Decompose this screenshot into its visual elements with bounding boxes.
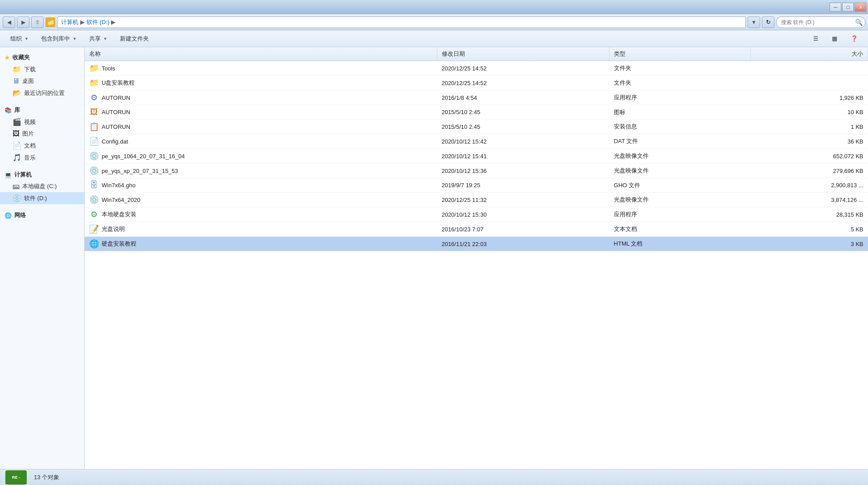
search-input[interactable]	[776, 16, 865, 28]
star-icon: ★	[4, 54, 10, 61]
dropdown-button[interactable]: ▼	[748, 16, 760, 28]
computer-label: 计算机	[14, 171, 32, 179]
path-software-d[interactable]: 软件 (D:)	[86, 18, 109, 26]
favorites-header[interactable]: ★ 收藏夹	[0, 52, 84, 63]
file-name: U盘安装教程	[102, 79, 135, 87]
table-row[interactable]: 📁 U盘安装教程 2020/12/25 14:52 文件夹	[85, 76, 868, 90]
table-row[interactable]: 💿 pe_yqs_1064_20_07_31_16_04 2020/10/12 …	[85, 149, 868, 164]
include-library-button[interactable]: 包含到库中 ▼	[35, 33, 82, 45]
file-name: Config.dat	[102, 138, 128, 145]
path-arrow-2: ▶	[111, 19, 115, 25]
col-size[interactable]: 大小	[750, 47, 868, 61]
favorites-label: 收藏夹	[12, 53, 30, 62]
libraries-header[interactable]: 📚 库	[0, 104, 84, 116]
col-name[interactable]: 名称	[85, 47, 437, 61]
status-count: 13 个对象	[34, 473, 59, 481]
file-name: Win7x64.gho	[102, 182, 136, 189]
sidebar-item-music[interactable]: 🎵 音乐	[0, 152, 84, 164]
main-layout: ★ 收藏夹 📁 下载 🖥 桌面 📂 最近访问的位置 📚 库	[0, 47, 868, 469]
folder-icon: 📁	[45, 17, 55, 27]
search-icon[interactable]: 🔍	[855, 19, 863, 26]
downloads-label: 下载	[24, 66, 36, 74]
addressbar: ◀ ▶ ⇧ 📁 计算机 ▶ 软件 (D:) ▶ ▼ ↻ 🔍	[0, 14, 868, 30]
music-icon: 🎵	[12, 153, 21, 162]
table-header: 名称 修改日期 类型 大小	[85, 47, 868, 61]
organize-button[interactable]: 组织 ▼	[4, 33, 34, 45]
network-label: 网络	[14, 211, 26, 219]
table-row[interactable]: ⚙ 本地硬盘安装 2020/10/12 15:30 应用程序 28,315 KB	[85, 207, 868, 222]
table-row[interactable]: 🖼 AUTORUN 2015/5/10 2:45 图标 10 KB	[85, 105, 868, 119]
maximize-button[interactable]: □	[842, 3, 854, 12]
file-date: 2020/10/12 15:42	[437, 134, 609, 149]
share-button[interactable]: 共享 ▼	[83, 33, 113, 45]
up-button[interactable]: ⇧	[31, 16, 44, 28]
software-d-label: 软件 (D:)	[24, 194, 47, 202]
sidebar-item-downloads[interactable]: 📁 下载	[0, 63, 84, 75]
file-type: 文本文档	[609, 222, 750, 237]
file-size: 2,900,813 ...	[750, 178, 868, 193]
share-label: 共享	[89, 35, 101, 43]
file-date: 2016/10/23 7:07	[437, 222, 609, 237]
table-row[interactable]: 🗄 Win7x64.gho 2019/9/7 19:25 GHO 文件 2,90…	[85, 178, 868, 193]
file-type: 光盘映像文件	[609, 193, 750, 207]
computer-section: 💻 计算机 🖴 本地磁盘 (C:) 💿 软件 (D:)	[0, 169, 84, 204]
sidebar-item-recent[interactable]: 📂 最近访问的位置	[0, 87, 84, 99]
file-name-cell: 🗄 Win7x64.gho	[85, 178, 437, 193]
col-type[interactable]: 类型	[609, 47, 750, 61]
file-name: Tools	[102, 65, 115, 72]
file-name: Win7x64_2020	[102, 197, 140, 203]
file-type: 文件夹	[609, 76, 750, 90]
file-size: 10 KB	[750, 105, 868, 119]
address-path[interactable]: 计算机 ▶ 软件 (D:) ▶	[57, 16, 746, 28]
back-button[interactable]: ◀	[3, 16, 15, 28]
table-row[interactable]: 🌐 硬盘安装教程 2016/11/21 22:03 HTML 文档 3 KB	[85, 237, 868, 251]
file-name-cell: ⚙ AUTORUN	[85, 90, 437, 105]
software-d-icon: 💿	[12, 194, 21, 202]
refresh-button[interactable]: ↻	[762, 16, 774, 28]
table-row[interactable]: 💿 pe_yqs_xp_20_07_31_15_53 2020/10/12 15…	[85, 164, 868, 178]
recent-label: 最近访问的位置	[24, 89, 65, 97]
videos-icon: 🎬	[12, 118, 21, 126]
table-row[interactable]: 📄 Config.dat 2020/10/12 15:42 DAT 文件 36 …	[85, 134, 868, 149]
sidebar-item-docs[interactable]: 📄 文档	[0, 140, 84, 152]
network-header[interactable]: 🌐 网络	[0, 210, 84, 221]
sidebar-item-images[interactable]: 🖼 图片	[0, 128, 84, 140]
view-options-button[interactable]: ☰	[807, 33, 824, 45]
view-toggle-button[interactable]: ▦	[826, 33, 843, 45]
downloads-icon: 📁	[12, 65, 21, 74]
table-row[interactable]: ⚙ AUTORUN 2016/1/8 4:54 应用程序 1,926 KB	[85, 90, 868, 105]
file-name-cell: 📋 AUTORUN	[85, 119, 437, 134]
file-type: 文件夹	[609, 61, 750, 76]
new-folder-button[interactable]: 新建文件夹	[114, 33, 155, 45]
libraries-section: 📚 库 🎬 视频 🖼 图片 📄 文档 🎵 音乐	[0, 104, 84, 164]
file-name: pe_yqs_1064_20_07_31_16_04	[102, 153, 185, 160]
forward-button[interactable]: ▶	[17, 16, 29, 28]
help-button[interactable]: ❓	[845, 33, 864, 45]
file-icon: 📋	[89, 122, 99, 132]
table-row[interactable]: 💿 Win7x64_2020 2020/12/25 11:32 光盘映像文件 3…	[85, 193, 868, 207]
table-row[interactable]: 📋 AUTORUN 2015/5/10 2:45 安装信息 1 KB	[85, 119, 868, 134]
file-size: 279,696 KB	[750, 164, 868, 178]
favorites-section: ★ 收藏夹 📁 下载 🖥 桌面 📂 最近访问的位置	[0, 52, 84, 99]
sidebar-item-software-d[interactable]: 💿 软件 (D:)	[0, 192, 84, 204]
file-date: 2020/10/12 15:41	[437, 149, 609, 164]
table-row[interactable]: 📁 Tools 2020/12/25 14:52 文件夹	[85, 61, 868, 76]
desktop-icon: 🖥	[12, 77, 20, 85]
file-name: 硬盘安装教程	[102, 240, 136, 248]
sidebar-item-desktop[interactable]: 🖥 桌面	[0, 75, 84, 87]
file-area: 名称 修改日期 类型 大小 📁 Tools 2020/12/25 14:52 文…	[85, 47, 868, 469]
close-button[interactable]: ✕	[855, 3, 866, 12]
file-icon: 📁	[89, 63, 99, 73]
col-date[interactable]: 修改日期	[437, 47, 609, 61]
minimize-button[interactable]: ─	[830, 3, 841, 12]
table-row[interactable]: 📝 光盘说明 2016/10/23 7:07 文本文档 5 KB	[85, 222, 868, 237]
library-icon: 📚	[4, 107, 12, 114]
path-computer[interactable]: 计算机	[61, 18, 78, 26]
computer-header[interactable]: 💻 计算机	[0, 169, 84, 181]
network-icon: 🌐	[4, 212, 12, 219]
file-name-cell: 🌐 硬盘安装教程	[85, 237, 437, 251]
sidebar-item-local-c[interactable]: 🖴 本地磁盘 (C:)	[0, 181, 84, 192]
sidebar-item-videos[interactable]: 🎬 视频	[0, 116, 84, 128]
videos-label: 视频	[24, 118, 36, 126]
file-date: 2020/10/12 15:36	[437, 164, 609, 178]
